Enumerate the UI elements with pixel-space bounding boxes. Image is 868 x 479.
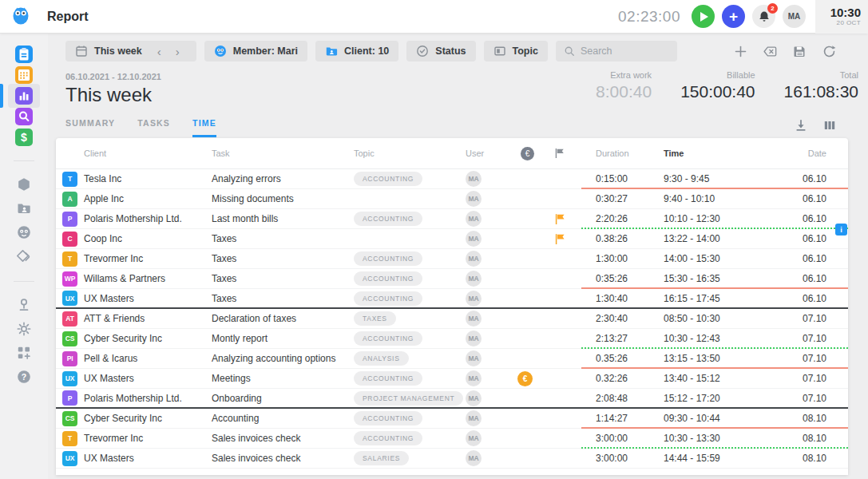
member-filter-chip[interactable]: Member: Mari (204, 41, 307, 61)
time-range-value: 10:30 - 13:30 (664, 433, 771, 444)
doc-search-icon (15, 108, 33, 125)
sidebar-item-tracking[interactable] (0, 293, 48, 317)
break-indicator-line (581, 228, 848, 229)
export-button[interactable] (795, 119, 807, 132)
sidebar-item-schedule[interactable] (0, 65, 48, 85)
task-name: Montly report (212, 333, 354, 344)
user-chip: MA (466, 191, 482, 207)
sidebar: $? (0, 34, 48, 479)
search-input[interactable] (581, 46, 669, 57)
user-avatar[interactable]: MA (783, 5, 806, 28)
client-name: Cyber Security Inc (84, 413, 212, 424)
tabs-row: SUMMARY TASKS TIME (65, 118, 836, 137)
time-entry-row[interactable]: A Apple Inc Missing documents MA € 0:30:… (56, 189, 848, 209)
start-timer-button[interactable] (692, 5, 715, 28)
owl-face-icon (16, 224, 32, 240)
tab-summary[interactable]: SUMMARY (65, 118, 115, 137)
overtime-indicator-line (581, 427, 848, 429)
time-entry-row[interactable]: C Coop Inc Taxes MA € 0.38:26 13:22 - 14… (56, 229, 848, 249)
notifications-button[interactable]: 2 (752, 5, 775, 28)
sidebar-item-tags[interactable] (0, 244, 48, 268)
save-icon (793, 45, 807, 58)
time-entry-row[interactable]: PI Pell & Icarus Analyzing accounting op… (56, 349, 848, 369)
client-filter-chip[interactable]: Client: 10 (315, 41, 398, 61)
client-filter-label: Client: 10 (344, 46, 389, 57)
stat-billable: Billable 150:00:40 (680, 70, 755, 101)
period-filter-chip[interactable]: This week ‹ › (65, 41, 196, 61)
stat-extra-work: Extra work 8:00:40 (596, 70, 652, 101)
next-period-button[interactable]: › (168, 46, 187, 57)
sidebar-item-settings[interactable] (0, 317, 48, 341)
duration-value: 1:30:00 (596, 253, 664, 264)
task-name: Taxes (212, 273, 354, 284)
time-entry-row[interactable]: T Tesla Inc Analyzing errors ACCOUNTING … (56, 169, 848, 189)
topic-filter-chip[interactable]: Topic (484, 41, 548, 61)
status-filter-chip[interactable]: Status (406, 41, 475, 61)
tab-time[interactable]: TIME (192, 118, 216, 137)
time-entry-row[interactable]: P Polaris Mothership Ltd. Onboarding PRO… (56, 389, 848, 409)
calendar-small-icon (75, 45, 88, 57)
time-entry-row[interactable]: UX UX Masters Sales invoices check SALAR… (56, 449, 848, 469)
time-entry-row[interactable]: AT ATT & Friends Declaration of taxes TA… (56, 309, 848, 329)
break-indicator-line (581, 347, 848, 349)
date-value: 07.10 (771, 333, 848, 344)
sidebar-item-integrations[interactable] (0, 172, 48, 196)
client-badge: PI (62, 351, 77, 366)
date-value: 06.10 (771, 193, 848, 204)
tab-tasks[interactable]: TASKS (137, 118, 170, 137)
time-entry-row[interactable]: T Trevormer Inc Sales invoices check ACC… (56, 429, 848, 449)
client-badge: A (62, 192, 77, 207)
sidebar-item-billing[interactable]: $ (0, 127, 48, 148)
refresh-button[interactable] (822, 45, 836, 58)
time-entry-row[interactable]: UX UX Masters Meetings ACCOUNTING MA € 0… (56, 369, 848, 389)
task-name: Missing documents (212, 193, 354, 204)
info-badge[interactable]: i (835, 224, 847, 236)
sidebar-item-help[interactable]: ? (0, 365, 48, 389)
header-time[interactable]: Time (664, 148, 771, 158)
client-badge: T (62, 251, 77, 267)
sidebar-item-clients[interactable] (0, 196, 48, 220)
previous-period-button[interactable]: ‹ (150, 46, 168, 57)
client-name: Apple Inc (84, 193, 212, 204)
time-entry-row[interactable]: T Trevormer Inc Taxes ACCOUNTING MA € 1:… (56, 249, 848, 269)
user-chip: MA (466, 311, 482, 327)
duration-value: 1:30:40 (596, 293, 664, 304)
time-entry-row[interactable]: WP Willams & Partners Taxes ACCOUNTING M… (56, 269, 848, 289)
sidebar-item-members[interactable] (0, 220, 48, 244)
header-date: Date (771, 148, 848, 158)
task-name: Accounting (212, 413, 354, 424)
add-filter-button[interactable] (734, 45, 747, 58)
task-name: Declaration of taxes (212, 313, 354, 324)
task-name: Analyzing accounting options (212, 353, 354, 364)
clear-filters-button[interactable] (763, 45, 777, 58)
date-value: 06.10 (771, 253, 848, 264)
timer-display: 02:23:00 (618, 8, 680, 26)
add-entry-button[interactable]: + (722, 5, 745, 28)
time-entry-row[interactable]: P Polaris Mothership Ltd. Last month bil… (56, 209, 848, 229)
sidebar-item-analytics[interactable] (0, 85, 48, 106)
time-range-value: 9:30 - 9:45 (664, 173, 771, 184)
status-check-icon (416, 45, 429, 57)
topic-card-icon (493, 45, 506, 57)
sidebar-item-review[interactable] (0, 106, 48, 127)
time-entry-row[interactable]: CS Cyber Security Inc Montly report ACCO… (56, 329, 848, 349)
time-entries-card: Client Task Topic User € Duration Time D… (56, 138, 848, 475)
task-name: Onboarding (212, 393, 354, 404)
sidebar-item-apps[interactable] (0, 341, 48, 365)
euro-column-icon: € (521, 147, 534, 160)
member-filter-label: Member: Mari (233, 46, 298, 57)
duration-value: 2:13:27 (596, 333, 664, 344)
search-box (556, 41, 677, 61)
dollar-icon: $ (15, 129, 33, 146)
client-name: ATT & Friends (84, 313, 212, 324)
time-entry-row[interactable]: UX UX Masters Taxes ACCOUNTING MA € 1:30… (56, 289, 848, 309)
duration-value: 2:30:40 (596, 313, 664, 324)
user-chip: MA (466, 410, 482, 426)
topic-chip: SALARIES (354, 451, 409, 465)
sidebar-item-reports[interactable] (0, 44, 48, 65)
columns-button[interactable] (823, 119, 836, 132)
hexagon-icon (16, 176, 32, 192)
report-summary: 06.10.2021 - 12.10.2021 This week Extra … (48, 69, 868, 106)
save-report-button[interactable] (793, 45, 807, 58)
time-entry-row[interactable]: CS Cyber Security Inc Accounting ACCOUNT… (56, 409, 848, 429)
